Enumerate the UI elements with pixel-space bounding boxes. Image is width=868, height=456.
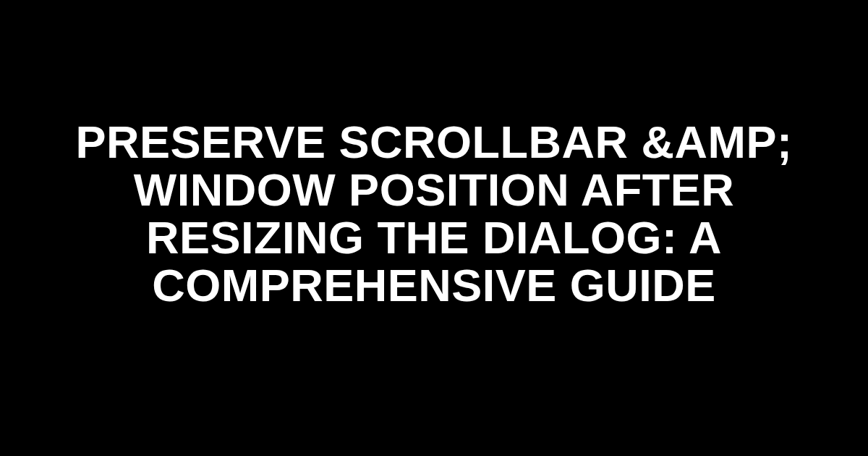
title-container: PRESERVE SCROLLBAR &AMP; WINDOW POSITION… [0, 118, 868, 310]
page-title: PRESERVE SCROLLBAR &AMP; WINDOW POSITION… [29, 118, 839, 310]
